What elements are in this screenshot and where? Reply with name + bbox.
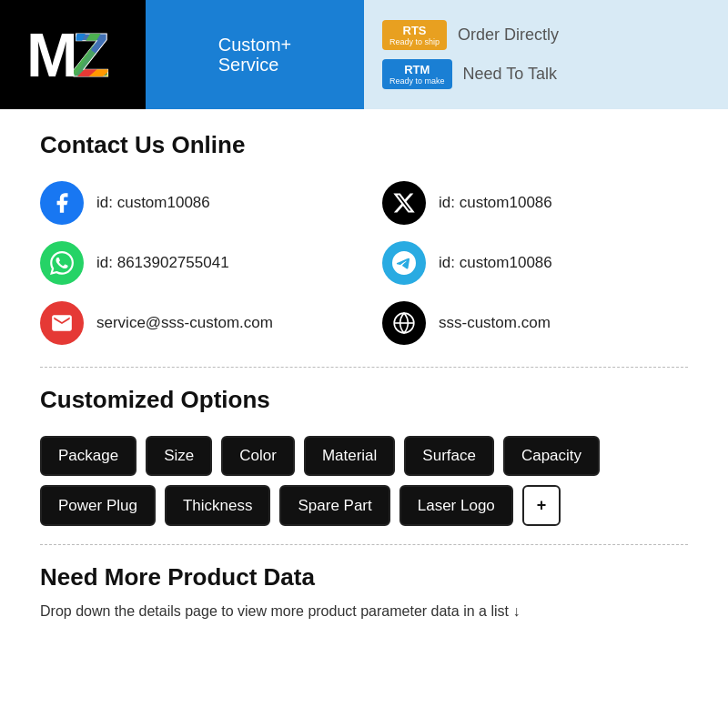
tag-more[interactable]: + [522,485,561,526]
tag-color[interactable]: Color [221,436,295,476]
contact-item-facebook[interactable]: id: custom10086 [40,181,346,225]
globe-icon [382,301,426,345]
tag-capacity[interactable]: Capacity [503,436,600,476]
tag-spare-part[interactable]: Spare Part [279,485,389,526]
whatsapp-contact-label: id: 8613902755041 [96,254,229,272]
mz-logo-icon: M Z Z [23,18,123,91]
header-banner: M Z Z Custom+ Service [0,0,728,109]
twitter-contact-label: id: custom10086 [439,194,552,212]
telegram-contact-label: id: custom10086 [439,254,552,272]
order-directly-label: Order Directly [458,25,559,45]
main-content: Contact Us Online id: custom10086 id: cu… [0,109,728,644]
email-icon [40,301,84,345]
tag-thickness[interactable]: Thickness [165,485,271,526]
tag-surface[interactable]: Surface [404,436,494,476]
product-data-description: Drop down the details page to view more … [40,601,688,622]
tag-size[interactable]: Size [146,436,212,476]
divider-1 [40,367,688,368]
facebook-icon [40,181,84,225]
svg-text:M: M [26,20,78,89]
tag-laser-logo[interactable]: Laser Logo [399,485,513,526]
whatsapp-icon [40,241,84,285]
rts-badge: RTS Ready to ship [382,20,447,50]
divider-2 [40,544,688,545]
custom-service-label: Custom+ Service [218,35,292,75]
facebook-contact-label: id: custom10086 [96,194,210,212]
service-options-section: RTS Ready to ship Order Directly RTM Rea… [364,0,728,109]
contact-item-telegram[interactable]: id: custom10086 [382,241,688,285]
contact-item-website[interactable]: sss-custom.com [382,301,688,345]
tags-container: PackageSizeColorMaterialSurfaceCapacityP… [40,436,688,526]
tag-power-plug[interactable]: Power Plug [40,485,156,526]
customized-options-title: Customized Options [40,386,688,414]
rtm-badge: RTM Ready to make [382,59,452,89]
contact-item-twitter[interactable]: id: custom10086 [382,181,688,225]
tag-package[interactable]: Package [40,436,136,476]
twitter-icon [382,181,426,225]
product-data-section: Need More Product Data Drop down the det… [40,563,688,622]
contact-item-email[interactable]: service@sss-custom.com [40,301,346,345]
email-contact-label: service@sss-custom.com [96,314,273,332]
contact-title: Contact Us Online [40,131,688,159]
custom-service-section: Custom+ Service [146,0,364,109]
product-data-title: Need More Product Data [40,563,688,592]
customized-options-section: Customized Options PackageSizeColorMater… [40,386,688,526]
tag-material[interactable]: Material [304,436,395,476]
contact-item-whatsapp[interactable]: id: 8613902755041 [40,241,346,285]
website-contact-label: sss-custom.com [439,314,551,332]
need-to-talk-label: Need To Talk [463,65,557,84]
rtm-row: RTM Ready to make Need To Talk [382,59,710,89]
rts-row: RTS Ready to ship Order Directly [382,20,710,50]
logo-section: M Z Z [0,0,146,109]
contact-grid: id: custom10086 id: custom10086 id: 8613… [40,181,688,345]
telegram-icon [382,241,426,285]
